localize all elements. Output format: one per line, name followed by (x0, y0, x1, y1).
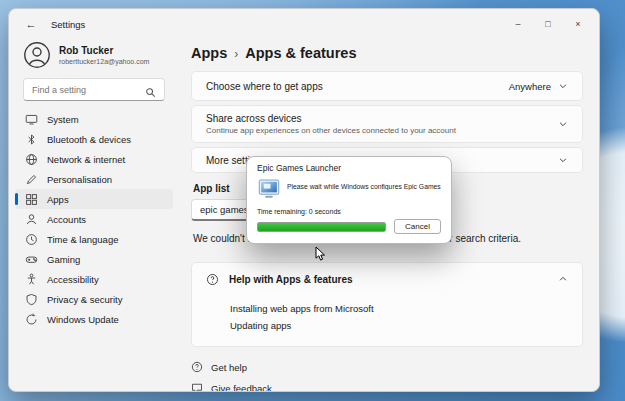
page-title: Apps & features (245, 45, 356, 61)
give-feedback-link[interactable]: Give feedback (191, 382, 583, 392)
search-icon (145, 84, 156, 95)
progress-bar-fill (258, 223, 385, 231)
desktop: { "window": { "title": "Settings", "back… (0, 0, 625, 401)
breadcrumb-separator: › (234, 47, 238, 61)
sidebar-item-label: Apps (47, 194, 69, 205)
sidebar-item-label: Accessibility (47, 274, 99, 285)
sidebar-item-accessibility[interactable]: Accessibility (15, 269, 173, 289)
minimize-button[interactable]: – (503, 13, 533, 35)
sidebar-item-label: Time & language (47, 234, 118, 245)
help-link[interactable]: Updating apps (230, 320, 582, 331)
close-button[interactable]: × (563, 13, 593, 35)
shield-icon (25, 293, 38, 306)
dialog-title: Epic Games Launcher (257, 163, 341, 173)
time-remaining-text: Time remaining: 0 seconds (257, 208, 441, 215)
search-input[interactable] (32, 85, 145, 95)
sidebar-item-label: Accounts (47, 214, 86, 225)
system-icon (25, 113, 38, 126)
help-card-title: Help with Apps & features (229, 274, 353, 285)
settings-search-box[interactable] (23, 78, 165, 101)
sidebar-item-privacy-security[interactable]: Privacy & security (15, 289, 173, 309)
update-arrows-icon (25, 313, 38, 326)
paintbrush-icon (25, 173, 38, 186)
sidebar-item-label: Personalisation (47, 174, 112, 185)
sidebar-item-label: Windows Update (47, 314, 119, 325)
bluetooth-icon (25, 133, 38, 146)
sidebar-item-label: Privacy & security (47, 294, 123, 305)
help-link[interactable]: Installing web apps from Microsoft (230, 303, 582, 314)
sidebar-item-label: Bluetooth & devices (47, 134, 131, 145)
breadcrumb: Apps › Apps & features (191, 45, 583, 61)
chevron-down-icon (558, 81, 568, 91)
window-title: Settings (51, 19, 85, 30)
gamepad-icon (25, 253, 38, 266)
question-circle-icon (191, 361, 203, 373)
help-card: Help with Apps & features Installing web… (191, 262, 583, 347)
footer-link-label: Get help (211, 362, 247, 373)
share-devices-description: Continue app experiences on other device… (206, 126, 456, 135)
sidebar-item-time-language[interactable]: Time & language (15, 229, 173, 249)
share-across-devices-card[interactable]: Share across devices Continue app experi… (191, 105, 583, 143)
sidebar-item-label: Gaming (47, 254, 80, 265)
footer-link-label: Give feedback (211, 383, 272, 393)
choose-where-label: Choose where to get apps (206, 81, 323, 92)
chevron-down-icon[interactable] (558, 119, 568, 129)
apps-grid-icon (25, 193, 38, 206)
accessibility-icon (25, 273, 38, 286)
dialog-message: Please wait while Windows configures Epi… (287, 177, 441, 190)
get-help-link[interactable]: Get help (191, 361, 583, 373)
sidebar-nav: System Bluetooth & devices Network & int… (9, 109, 179, 329)
chevron-up-icon[interactable] (558, 274, 568, 284)
help-icon (206, 273, 219, 286)
sidebar-item-bluetooth-devices[interactable]: Bluetooth & devices (15, 129, 173, 149)
dropdown-value: Anywhere (509, 81, 551, 92)
share-devices-label: Share across devices (206, 113, 456, 124)
sidebar-item-windows-update[interactable]: Windows Update (15, 309, 173, 329)
maximize-button[interactable]: □ (533, 13, 563, 35)
user-email: roberttucker12a@yahoo.com (59, 58, 149, 65)
mouse-cursor (315, 246, 326, 262)
sidebar-item-apps[interactable]: Apps (15, 189, 173, 209)
sidebar-item-label: Network & internet (47, 154, 125, 165)
sidebar-item-network-internet[interactable]: Network & internet (15, 149, 173, 169)
titlebar: ← Settings – □ × (9, 9, 599, 39)
person-icon (25, 213, 38, 226)
choose-where-card: Choose where to get apps Anywhere (191, 71, 583, 101)
sidebar-item-accounts[interactable]: Accounts (15, 209, 173, 229)
sidebar-item-personalisation[interactable]: Personalisation (15, 169, 173, 189)
feedback-icon (191, 382, 203, 392)
breadcrumb-root[interactable]: Apps (191, 45, 227, 61)
user-name: Rob Tucker (59, 45, 149, 57)
help-expander[interactable]: Help with Apps & features (192, 263, 582, 295)
chevron-down-icon[interactable] (558, 155, 568, 165)
avatar (23, 41, 51, 69)
back-icon[interactable]: ← (19, 13, 43, 35)
cancel-button[interactable]: Cancel (394, 219, 441, 234)
clock-icon (25, 233, 38, 246)
sidebar: Rob Tucker roberttucker12a@yahoo.com Sys… (9, 39, 179, 391)
settings-window: ← Settings – □ × Rob Tucker roberttucker… (8, 8, 600, 392)
sidebar-item-system[interactable]: System (15, 109, 173, 129)
sidebar-item-label: System (47, 114, 79, 125)
dialog-titlebar[interactable]: Epic Games Launcher (247, 157, 451, 175)
sidebar-item-gaming[interactable]: Gaming (15, 249, 173, 269)
footer-links: Get help Give feedback (191, 361, 583, 392)
user-profile[interactable]: Rob Tucker roberttucker12a@yahoo.com (23, 41, 165, 69)
globe-icon (25, 153, 38, 166)
choose-where-dropdown[interactable]: Anywhere (509, 81, 568, 92)
progress-bar (257, 222, 386, 232)
installer-dialog: Epic Games Launcher Please wait while Wi… (246, 156, 452, 244)
selection-indicator (15, 193, 18, 205)
windows-installer-icon (257, 177, 281, 201)
